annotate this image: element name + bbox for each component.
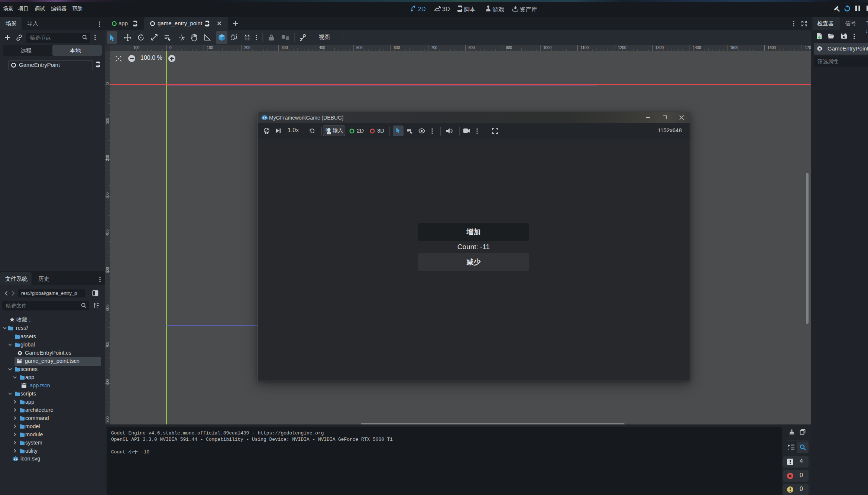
svg-text:c#: c# [19,353,21,356]
svg-text:c#: c# [819,49,822,52]
